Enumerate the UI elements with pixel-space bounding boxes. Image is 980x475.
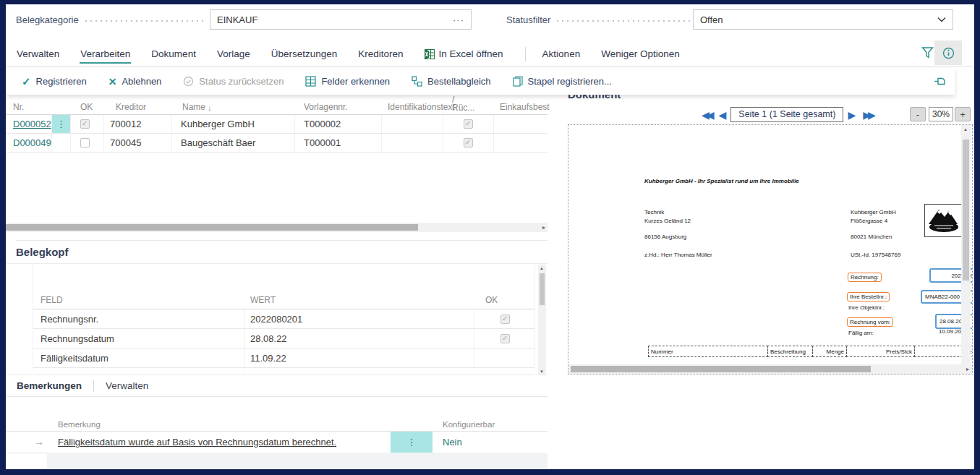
row-options-button[interactable]: ⋮ — [391, 432, 433, 453]
ok-checkbox[interactable] — [80, 119, 90, 129]
tab-verwalten[interactable]: Verwalten — [16, 43, 60, 65]
tab-kreditoren[interactable]: Kreditoren — [357, 43, 404, 65]
table-row[interactable]: D000049 700045 Baugeschäft Baer T000001 — [6, 134, 547, 153]
belegkopf-title: Belegkopf — [16, 246, 69, 258]
zoom-level: 30% — [929, 107, 953, 121]
belegkategorie-field[interactable]: EINKAUF ··· — [210, 9, 472, 30]
table-row[interactable]: → Fälligkeitsdatum wurde auf Basis von R… — [6, 432, 547, 453]
felder-erkennen-button[interactable]: Felder erkennen — [305, 76, 390, 87]
invoice-recipient-line: z.Hd.: Herr Thomas Müller — [644, 252, 712, 258]
recognize-fields-icon — [305, 76, 316, 87]
identifikationstext-cell — [382, 134, 443, 152]
col-wert[interactable]: WERT — [245, 291, 474, 309]
item-col-preis: Preis/Stck — [846, 346, 915, 357]
last-page-icon[interactable]: ▶▶ — [860, 110, 873, 120]
rueck-checkbox[interactable] — [464, 119, 473, 129]
zoom-out-button[interactable]: - — [910, 107, 926, 121]
tab-divider — [93, 380, 94, 392]
batch-register-icon — [513, 76, 523, 87]
col-ok[interactable]: OK — [71, 96, 104, 116]
ocr-label-rechnung-vom: Rechnung vom: — [847, 317, 893, 327]
assist-edit-button[interactable]: ··· — [453, 14, 464, 25]
scrollbar-thumb[interactable] — [6, 224, 418, 231]
scroll-right-icon[interactable]: ▸ — [966, 367, 969, 372]
col-konfigurierbar[interactable]: Konfigurierbar — [443, 420, 495, 429]
belegkopf-top-border — [6, 263, 547, 264]
info-icon — [942, 47, 955, 59]
preview-hscrollbar[interactable]: ▸ — [568, 364, 972, 374]
feld-cell: Rechnungsdatum — [33, 329, 245, 348]
scrollbar-thumb[interactable] — [571, 366, 871, 372]
col-vorlagennr[interactable]: Vorlagennr. — [295, 96, 382, 116]
col-nr[interactable]: Nr. — [6, 96, 52, 116]
action-menu-bar: Verwalten Verarbeiten Dokument Vorlage Ü… — [6, 42, 974, 67]
fewer-options-button[interactable]: Weniger Optionen — [600, 43, 681, 65]
first-page-icon[interactable]: ◀◀ — [702, 110, 715, 120]
ablehnen-button[interactable]: ✕ Ablehnen — [108, 76, 162, 87]
previous-page-icon[interactable]: ◀ — [719, 110, 727, 120]
registrieren-button[interactable]: ✓ Registrieren — [22, 75, 87, 88]
col-einkaufsbest[interactable]: Einkaufsbest — [494, 96, 547, 116]
stapel-registrieren-button[interactable]: Stapel registrieren... — [513, 76, 612, 87]
tab-dokument[interactable]: Dokument — [150, 43, 197, 65]
einkaufsbest-cell — [494, 115, 547, 133]
details-pane-toggle[interactable] — [934, 40, 962, 65]
statusfilter-label: Statusfilter — [506, 14, 550, 25]
row-options-button[interactable]: ⋮ — [52, 115, 71, 133]
col-bemerkung[interactable]: Bemerkung — [58, 420, 101, 429]
table-row[interactable]: Rechnungsnr. 2022080201 — [33, 309, 534, 329]
bemerkung-link[interactable]: Fälligkeitsdatum wurde auf Basis von Rec… — [58, 437, 336, 448]
ok-checkbox[interactable] — [500, 334, 510, 343]
pin-icon[interactable] — [934, 75, 946, 89]
zoom-in-button[interactable]: + — [955, 107, 971, 121]
feld-cell: Fälligkeitsdatum — [33, 348, 245, 367]
tab-verarbeiten[interactable]: Verarbeiten — [80, 43, 131, 65]
wert-cell: 2022080201 — [245, 309, 474, 328]
scroll-down-icon[interactable]: ▼ — [540, 369, 544, 374]
invoice-recipient-line: 86156 Augsburg — [644, 234, 686, 240]
bestellabgleich-button[interactable]: Bestellabgleich — [412, 76, 490, 87]
name-cell: Kuhberger GmbH — [172, 115, 295, 133]
document-link[interactable]: D000049 — [13, 137, 51, 148]
scroll-right-icon[interactable]: ▸ — [542, 225, 545, 231]
bemerkungen-verwalten-tab[interactable]: Verwalten — [106, 380, 148, 391]
document-link[interactable]: D000052 — [13, 119, 51, 129]
table-row[interactable]: Rechnungsdatum 28.08.22 — [33, 329, 534, 348]
documents-table: Nr. OK Kreditor Name ↓ Vorlagennr. Ident… — [6, 96, 547, 153]
table-row[interactable]: D000052 ⋮ 700012 Kuhberger GmbH T000002 — [6, 115, 547, 134]
col-identifikationstext[interactable]: Identifikationstext — [382, 96, 443, 116]
item-col-nummer: Nummer — [648, 346, 768, 357]
filter-icon[interactable] — [921, 46, 934, 61]
tab-uebersetzungen[interactable]: Übersetzungen — [270, 43, 338, 65]
tab-vorlage[interactable]: Vorlage — [216, 43, 251, 65]
table-row-partial — [33, 368, 534, 370]
col-name[interactable]: Name ↓ — [172, 96, 295, 116]
dotted-leader — [85, 20, 207, 22]
belegkopf-vscrollbar[interactable]: ▲ ▼ — [538, 265, 546, 375]
col-ok[interactable]: OK — [474, 291, 535, 309]
col-options — [52, 96, 71, 116]
tab-aktionen[interactable]: Aktionen — [542, 43, 581, 65]
documents-hscrollbar[interactable]: ▸ — [6, 223, 547, 232]
belegkategorie-value: EINKAUF — [217, 14, 453, 25]
scroll-up-icon[interactable]: ▲ — [963, 127, 968, 132]
document-preview[interactable]: Kuhberger GmbH - Ihr Spezialist rund um … — [568, 124, 973, 375]
ok-checkbox[interactable] — [80, 138, 90, 147]
open-in-excel-button[interactable]: In Excel öffnen — [424, 43, 504, 65]
statusfilter-select[interactable]: Offen — [693, 9, 953, 30]
scrollbar-thumb[interactable] — [540, 273, 545, 305]
scrollbar-thumb[interactable] — [963, 140, 969, 281]
rueck-checkbox[interactable] — [464, 138, 473, 147]
scroll-up-icon[interactable]: ▲ — [540, 266, 544, 270]
invoice-headline: Kuhberger GmbH - Ihr Spezialist rund um … — [644, 178, 799, 184]
preview-vscrollbar[interactable]: ▲ — [961, 125, 971, 364]
col-kreditor[interactable]: Kreditor — [104, 96, 172, 116]
col-feld[interactable]: FELD — [33, 291, 245, 309]
table-row[interactable]: Fälligkeitsdatum 11.09.22 — [33, 348, 534, 368]
invoice-sender-line: Flößergasse 4 — [851, 218, 887, 224]
belegkategorie-label: Belegkategorie — [16, 14, 79, 25]
col-rueck[interactable]: / Rüc... — [443, 96, 494, 116]
page-navigation: ◀◀ ◀ Seite 1 (1 Seite gesamt) ▶ ▶▶ — [702, 107, 873, 122]
ok-checkbox[interactable] — [500, 314, 510, 324]
next-page-icon[interactable]: ▶ — [848, 110, 856, 120]
